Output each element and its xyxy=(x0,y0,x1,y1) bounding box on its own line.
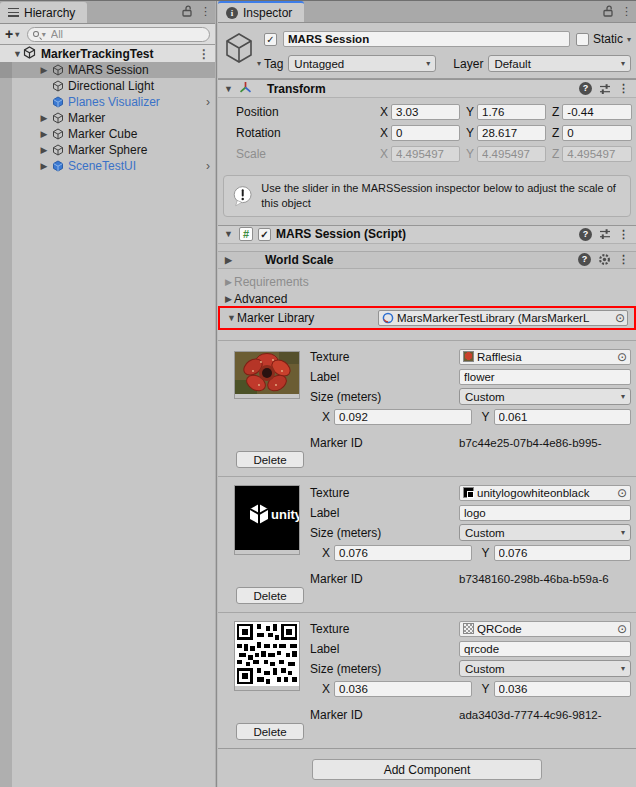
foldout-open-icon[interactable]: ▼ xyxy=(12,49,23,59)
presets-icon[interactable] xyxy=(599,83,611,95)
tag-dropdown[interactable]: Untagged ▾ xyxy=(288,55,436,72)
rotation-y-field[interactable] xyxy=(477,125,546,141)
foldout-closed-icon[interactable]: ▶ xyxy=(38,145,50,155)
component-menu-icon[interactable]: ⋮ xyxy=(618,229,629,240)
active-checkbox[interactable]: ✓ xyxy=(264,33,277,46)
world-scale-header[interactable]: ▶ World Scale ? ⋮ xyxy=(218,251,636,269)
size-y-field[interactable] xyxy=(494,681,631,697)
tab-inspector[interactable]: i Inspector xyxy=(218,1,304,22)
lock-icon[interactable] xyxy=(603,5,613,17)
gameobject-cube-icon xyxy=(50,144,65,156)
object-picker-icon[interactable]: ⊙ xyxy=(617,487,627,499)
delete-marker-button[interactable]: Delete xyxy=(236,451,304,468)
hierarchy-item-scenetestui[interactable]: ▶ SceneTestUI › xyxy=(0,158,215,174)
size-mode-dropdown[interactable]: Custom ▾ xyxy=(459,660,631,677)
foldout-closed-icon[interactable]: ▶ xyxy=(223,255,234,265)
texture-object-field[interactable]: unitylogowhiteonblack ⊙ xyxy=(459,485,631,501)
hierarchy-item-planes-visualizer[interactable]: Planes Visualizer › xyxy=(0,94,215,110)
texture-object-field[interactable]: Rafflesia ⊙ xyxy=(459,349,631,365)
size-x-field[interactable] xyxy=(334,681,471,697)
object-picker-icon[interactable]: ⊙ xyxy=(615,312,625,324)
script-icon: # xyxy=(239,227,253,241)
texture-label: Texture xyxy=(310,622,459,636)
hierarchy-item-directional-light[interactable]: Directional Light xyxy=(0,78,215,94)
marker-label-field[interactable] xyxy=(459,505,631,521)
gameobject-icon[interactable]: ▾ xyxy=(224,32,254,68)
scale-x-field xyxy=(391,146,460,162)
size-mode-dropdown[interactable]: Custom ▾ xyxy=(459,524,631,541)
size-y-field[interactable] xyxy=(494,409,631,425)
component-menu-icon[interactable]: ⋮ xyxy=(618,254,629,265)
script-title: MARS Session (Script) xyxy=(276,227,406,241)
component-menu-icon[interactable]: ⋮ xyxy=(618,83,629,94)
foldout-closed-icon[interactable]: ▶ xyxy=(38,65,50,75)
presets-icon[interactable] xyxy=(599,228,611,240)
hierarchy-search[interactable]: ▾ xyxy=(27,27,210,42)
foldout-open-icon[interactable]: ▼ xyxy=(223,229,234,239)
panel-menu-icon[interactable]: ⋮ xyxy=(200,6,211,17)
component-enabled-checkbox[interactable]: ✓ xyxy=(258,228,271,241)
layer-dropdown[interactable]: Default ▾ xyxy=(488,55,631,72)
marker-library-row[interactable]: ▼ Marker Library MarsMarkerTestLibrary (… xyxy=(220,308,634,328)
position-z-field[interactable] xyxy=(562,104,632,120)
hierarchy-item-marker-cube[interactable]: ▶ Marker Cube xyxy=(0,126,215,142)
foldout-open-icon[interactable]: ▼ xyxy=(226,313,237,323)
size-y-field[interactable] xyxy=(494,545,631,561)
rotation-x-field[interactable] xyxy=(391,125,460,141)
size-mode-dropdown[interactable]: Custom ▾ xyxy=(459,388,631,405)
hierarchy-item-marker-sphere[interactable]: ▶ Marker Sphere xyxy=(0,142,215,158)
delete-marker-button[interactable]: Delete xyxy=(236,587,304,604)
lock-icon[interactable] xyxy=(182,5,192,17)
foldout-open-icon[interactable]: ▼ xyxy=(223,84,234,94)
size-x-field[interactable] xyxy=(334,545,471,561)
foldout-closed-icon[interactable]: ▶ xyxy=(38,161,50,171)
help-icon[interactable]: ? xyxy=(579,228,592,241)
marker-id-value: b7c44e25-07b4-4e86-b995- xyxy=(459,437,602,449)
object-picker-icon[interactable]: ⊙ xyxy=(617,351,627,363)
panel-menu-icon[interactable]: ⋮ xyxy=(621,6,632,17)
position-x-field[interactable] xyxy=(391,104,460,120)
marker-id-label: Marker ID xyxy=(310,572,459,586)
static-caret-icon[interactable]: ▾ xyxy=(627,35,631,44)
rotation-z-field[interactable] xyxy=(562,125,632,141)
hierarchy-item-mars-session[interactable]: ▶ MARS Session xyxy=(0,62,215,78)
add-component-button[interactable]: Add Component xyxy=(312,759,542,780)
help-icon[interactable]: ? xyxy=(579,82,592,95)
transform-header[interactable]: ▼ Transform ? ⋮ xyxy=(218,79,636,98)
tab-hierarchy[interactable]: Hierarchy xyxy=(0,2,87,23)
marker-entry-qrcode: Texture QRCode ⊙ Label Size (meters) Cus… xyxy=(218,612,636,748)
marker-label-field[interactable] xyxy=(459,641,631,657)
marker-library-label: Marker Library xyxy=(237,311,314,325)
object-picker-icon[interactable]: ⊙ xyxy=(617,623,627,635)
search-input[interactable] xyxy=(49,27,204,41)
requirements-foldout[interactable]: ▶ Requirements xyxy=(218,273,636,290)
position-y-field[interactable] xyxy=(477,104,546,120)
static-checkbox[interactable] xyxy=(576,33,589,46)
marker-library-object-field[interactable]: MarsMarkerTestLibrary (MarsMarkerL ⊙ xyxy=(378,310,628,326)
gameobject-name-field[interactable] xyxy=(283,31,570,47)
axis-x-label: X xyxy=(322,546,330,560)
transform-title: Transform xyxy=(267,82,326,96)
hierarchy-item-marker[interactable]: ▶ Marker xyxy=(0,110,215,126)
search-icon xyxy=(33,31,39,37)
list-icon xyxy=(8,8,19,17)
size-x-field[interactable] xyxy=(334,409,471,425)
scene-row[interactable]: ▼ MarkerTrackingTest ⋮ xyxy=(0,45,215,62)
create-object-button[interactable]: + ▾ xyxy=(5,26,19,42)
foldout-closed-icon[interactable]: ▶ xyxy=(38,113,50,123)
foldout-closed-icon[interactable]: ▶ xyxy=(38,129,50,139)
prefab-open-chevron-icon[interactable]: › xyxy=(206,94,210,110)
hierarchy-tabstrip: Hierarchy ⋮ xyxy=(0,1,215,24)
mars-session-script-header[interactable]: ▼ # ✓ MARS Session (Script) ? ⋮ xyxy=(218,225,636,244)
item-label: Planes Visualizer xyxy=(68,95,160,109)
prefab-open-chevron-icon[interactable]: › xyxy=(206,158,210,174)
marker-label-field[interactable] xyxy=(459,369,631,385)
tag-label: Tag xyxy=(264,57,283,71)
delete-marker-button[interactable]: Delete xyxy=(236,723,304,740)
texture-object-field[interactable]: QRCode ⊙ xyxy=(459,621,631,637)
advanced-foldout[interactable]: ▶ Advanced xyxy=(218,290,636,307)
marker-entry-flower: Texture Rafflesia ⊙ Label Size (meters) … xyxy=(218,340,636,476)
gear-icon[interactable] xyxy=(598,253,611,266)
scene-menu-icon[interactable]: ⋮ xyxy=(198,45,210,62)
help-icon[interactable]: ? xyxy=(578,253,591,266)
